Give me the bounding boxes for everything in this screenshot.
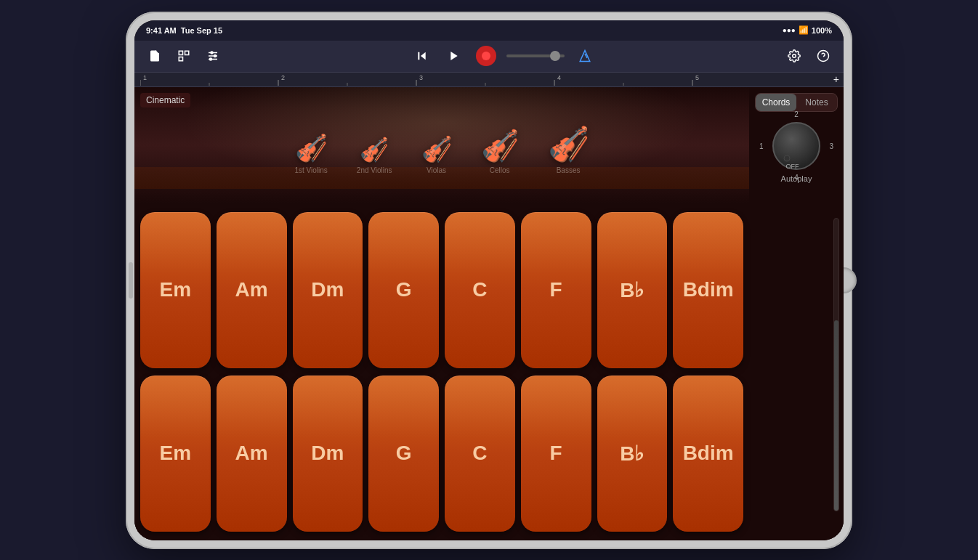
dial-label-1: 1 <box>759 142 764 150</box>
chord-row-1: Em Am Dm G C <box>140 212 743 368</box>
svg-marker-11 <box>450 52 457 60</box>
add-track-button[interactable]: + <box>833 73 839 85</box>
main-content: Cinematic 🎻 1st Violins 🎻 2nd Violins 🎻 <box>134 87 844 540</box>
volume-slider[interactable] <box>506 54 565 57</box>
svg-point-8 <box>210 58 212 60</box>
signal-icon: ●●● <box>783 26 796 34</box>
volume-thumb <box>550 51 560 61</box>
chord-area: Em Am Dm G C <box>134 203 749 540</box>
chords-mode-button[interactable]: Chords <box>756 94 796 111</box>
chord-btn-bb-2[interactable]: B♭ <box>597 376 668 532</box>
status-bar: 9:41 AM Tue Sep 15 ●●● 📶 100% <box>134 20 844 41</box>
chord-btn-bb[interactable]: B♭ <box>597 212 668 368</box>
metronome-button[interactable] <box>573 44 597 68</box>
track-area: Cinematic 🎻 1st Violins 🎻 2nd Violins 🎻 <box>134 87 749 540</box>
volume-fill <box>834 320 838 510</box>
instrument-stage: Cinematic 🎻 1st Violins 🎻 2nd Violins 🎻 <box>134 87 749 203</box>
cello-icon: 🎻 <box>481 128 519 163</box>
track-label: Cinematic <box>140 93 190 107</box>
chord-text-bb-2: B♭ <box>620 442 644 466</box>
ruler: 1 2 3 4 5 + <box>134 73 844 87</box>
date-display: Tue Sep 15 <box>181 26 222 35</box>
chord-text-c: C <box>472 278 487 301</box>
notes-mode-button[interactable]: Notes <box>796 94 837 111</box>
chord-btn-am[interactable]: Am <box>217 212 287 368</box>
viola-icon: 🎻 <box>421 134 452 163</box>
chord-btn-g[interactable]: G <box>368 212 439 368</box>
chord-btn-c-2[interactable]: C <box>445 376 515 532</box>
chord-text-f-2: F <box>550 442 562 465</box>
status-left: 9:41 AM Tue Sep 15 <box>146 26 222 35</box>
autoplay-dial[interactable]: 2 3 4 1 OFF <box>771 121 822 171</box>
right-panel: Chords Notes 2 3 4 1 <box>749 87 844 540</box>
chord-btn-dm-2[interactable]: Dm <box>293 376 363 532</box>
svg-marker-12 <box>580 51 590 62</box>
svg-text:5: 5 <box>695 74 699 81</box>
bass-icon: 🎻 <box>548 124 589 163</box>
svg-text:3: 3 <box>419 74 423 81</box>
toolbar-left <box>143 44 225 68</box>
dial-label-off: OFF <box>786 163 799 170</box>
new-song-button[interactable] <box>143 44 166 68</box>
chord-text-c-2: C <box>472 442 487 465</box>
svg-marker-9 <box>421 52 426 60</box>
svg-text:1: 1 <box>143 74 147 81</box>
svg-point-7 <box>214 55 217 57</box>
record-button[interactable] <box>474 44 498 68</box>
dial-label-3: 3 <box>829 142 833 150</box>
toolbar <box>134 41 844 73</box>
tracks-view-button[interactable] <box>172 44 195 68</box>
help-button[interactable] <box>812 44 835 68</box>
chord-btn-bdim[interactable]: Bdim <box>673 212 743 368</box>
chord-text-g-2: G <box>396 442 412 465</box>
wifi-icon: 📶 <box>799 25 809 35</box>
rewind-button[interactable] <box>411 44 434 68</box>
dial-label-4: 4 <box>794 174 799 182</box>
violin-icon-2: 🎻 <box>360 136 389 163</box>
chord-text-bb: B♭ <box>620 278 644 302</box>
chord-btn-em[interactable]: Em <box>140 212 211 368</box>
stage-floor <box>134 167 749 189</box>
chord-text-bdim-2: Bdim <box>683 442 734 465</box>
chord-btn-dm[interactable]: Dm <box>293 212 363 368</box>
svg-text:2: 2 <box>281 74 285 81</box>
chord-text-am: Am <box>235 278 268 301</box>
svg-point-32 <box>784 155 790 161</box>
time-display: 9:41 AM <box>146 26 177 35</box>
toolbar-right <box>783 44 835 68</box>
svg-point-14 <box>793 54 796 58</box>
volume-track[interactable] <box>833 218 839 511</box>
dial-label-2: 2 <box>794 110 799 118</box>
autoplay-container: 2 3 4 1 OFF <box>755 121 838 183</box>
status-right: ●●● 📶 100% <box>783 25 832 35</box>
svg-point-6 <box>211 52 213 54</box>
violin-icon-1: 🎻 <box>295 133 328 163</box>
mixer-button[interactable] <box>201 44 225 68</box>
chord-text-dm: Dm <box>311 278 344 301</box>
chord-row-2: Em Am Dm G C <box>140 376 743 532</box>
svg-rect-2 <box>179 57 182 61</box>
mode-toggle[interactable]: Chords Notes <box>755 93 838 112</box>
chord-text-em-2: Em <box>160 442 192 465</box>
ipad-screen: 9:41 AM Tue Sep 15 ●●● 📶 100% <box>134 20 844 540</box>
settings-button[interactable] <box>783 44 806 68</box>
svg-text:4: 4 <box>557 74 561 81</box>
chord-btn-g-2[interactable]: G <box>368 376 439 532</box>
svg-rect-1 <box>185 51 189 54</box>
chord-btn-am-2[interactable]: Am <box>217 376 287 532</box>
chord-btn-em-2[interactable]: Em <box>140 376 211 532</box>
side-button[interactable] <box>129 262 133 299</box>
chord-text-em: Em <box>160 278 192 301</box>
chord-text-g: G <box>396 278 412 301</box>
ipad-frame: 9:41 AM Tue Sep 15 ●●● 📶 100% <box>126 12 852 549</box>
chord-btn-c[interactable]: C <box>445 212 515 368</box>
chord-text-bdim: Bdim <box>683 278 734 301</box>
play-button[interactable] <box>442 44 466 68</box>
chord-text-dm-2: Dm <box>311 442 344 465</box>
chord-btn-f-2[interactable]: F <box>521 376 591 532</box>
chord-text-f: F <box>550 278 562 301</box>
chord-btn-f[interactable]: F <box>521 212 591 368</box>
battery-display: 100% <box>812 26 832 35</box>
chord-btn-bdim-2[interactable]: Bdim <box>673 376 743 532</box>
chord-text-am-2: Am <box>235 442 268 465</box>
